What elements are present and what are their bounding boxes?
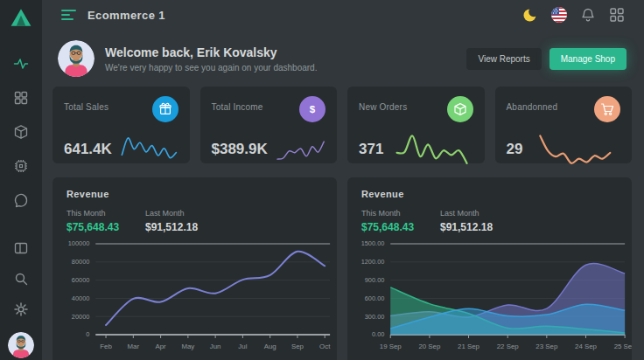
cpu-icon[interactable]	[13, 158, 29, 174]
sparkline-total-income	[276, 127, 326, 172]
activity-icon[interactable]	[13, 56, 29, 72]
svg-text:Apr: Apr	[155, 343, 166, 350]
stat-value: 29	[507, 141, 523, 158]
svg-text:80000: 80000	[72, 258, 90, 266]
svg-text:22 Sep: 22 Sep	[497, 343, 520, 350]
menu-icon[interactable]	[61, 10, 76, 20]
sidebar	[0, 0, 42, 360]
svg-text:100000: 100000	[68, 239, 90, 247]
bell-icon[interactable]	[580, 7, 596, 23]
svg-text:60000: 60000	[72, 276, 90, 284]
this-month-value: $75,648.43	[66, 221, 145, 233]
svg-text:20000: 20000	[72, 313, 90, 321]
gift-icon	[152, 96, 178, 122]
revenue-area-chart: 0.00300.00600.00900.001200.001500.0019 S…	[347, 237, 632, 360]
svg-text:0: 0	[86, 330, 89, 338]
svg-text:300.00: 300.00	[365, 313, 385, 321]
chat-icon[interactable]	[13, 192, 29, 208]
stat-card-abandonned: Abandonned 29	[495, 87, 633, 163]
svg-text:Oct: Oct	[319, 343, 331, 350]
package-icon	[447, 96, 473, 122]
stat-card-total-income: Total Income $ $389.9K	[200, 87, 338, 163]
revenue-line-chart: 020000400006000080000100000FebMarAprMayJ…	[52, 237, 337, 360]
charts-row: Revenue This Month $75,648.43 Last Month…	[42, 177, 644, 360]
main-area: Ecommerce 1 Welc	[42, 0, 644, 360]
sidebar-user-avatar[interactable]	[8, 332, 34, 358]
last-month-value: $91,512.18	[145, 221, 224, 233]
svg-text:Feb: Feb	[100, 343, 112, 350]
stat-card-total-sales: Total Sales 641.4K	[52, 87, 190, 163]
svg-text:19 Sep: 19 Sep	[380, 343, 402, 350]
svg-text:0.00: 0.00	[372, 330, 384, 338]
layout-icon[interactable]	[13, 240, 29, 256]
sparkline-abandonned	[530, 127, 620, 172]
this-month-label: This Month	[361, 209, 440, 218]
stat-card-new-orders: New Orders 371	[347, 87, 485, 163]
svg-text:23 Sep: 23 Sep	[536, 343, 558, 350]
stat-label: Total Income	[212, 102, 263, 112]
dollar-icon: $	[299, 96, 326, 122]
svg-text:Sep: Sep	[291, 343, 304, 350]
sparkline-total-sales	[120, 127, 178, 172]
panel-title: Revenue	[347, 189, 632, 199]
svg-text:20 Sep: 20 Sep	[418, 343, 441, 350]
welcome-heading: Welcome back, Erik Kovalsky	[105, 45, 317, 59]
svg-text:Mar: Mar	[128, 343, 140, 350]
sidebar-nav	[13, 56, 29, 208]
svg-text:25 Sep: 25 Sep	[614, 343, 632, 350]
svg-text:Aug: Aug	[264, 343, 276, 350]
this-month-value: $75,648.43	[361, 221, 440, 233]
sparkline-new-orders	[391, 127, 472, 172]
svg-text:Jun: Jun	[210, 343, 221, 350]
svg-text:1200.00: 1200.00	[361, 258, 385, 266]
welcome-actions: View Reports Manage Shop	[466, 48, 626, 70]
panel-title: Revenue	[52, 189, 337, 199]
sidebar-bottom	[8, 240, 34, 360]
view-reports-button[interactable]: View Reports	[466, 48, 541, 70]
revenue-line-panel: Revenue This Month $75,648.43 Last Month…	[52, 177, 337, 360]
stat-value: 641.4K	[64, 141, 112, 158]
stat-label: New Orders	[359, 102, 407, 112]
last-month-label: Last Month	[145, 209, 224, 218]
stat-label: Abandonned	[507, 102, 558, 112]
page-title: Ecommerce 1	[88, 9, 165, 22]
cart-icon	[594, 96, 620, 122]
welcome-subheading: We're very happy to see you again on you…	[105, 63, 317, 73]
svg-text:21 Sep: 21 Sep	[458, 343, 480, 350]
user-avatar	[58, 40, 94, 77]
stat-value: $389.9K	[212, 141, 268, 158]
search-icon[interactable]	[13, 271, 29, 287]
svg-text:900.00: 900.00	[365, 276, 385, 284]
svg-text:Jul: Jul	[238, 343, 247, 350]
cube-icon[interactable]	[13, 124, 29, 140]
dashboard-grid-icon[interactable]	[13, 90, 29, 106]
us-flag-icon[interactable]	[551, 7, 567, 23]
stat-label: Total Sales	[64, 102, 108, 112]
svg-text:24 Sep: 24 Sep	[575, 343, 598, 350]
revenue-area-panel: Revenue This Month $75,648.43 Last Month…	[347, 177, 632, 360]
last-month-label: Last Month	[440, 209, 519, 218]
manage-shop-button[interactable]: Manage Shop	[550, 48, 626, 70]
svg-text:May: May	[181, 343, 194, 350]
welcome-text: Welcome back, Erik Kovalsky We're very h…	[105, 45, 317, 73]
apps-grid-icon[interactable]	[609, 7, 625, 23]
topbar: Ecommerce 1	[42, 0, 644, 30]
app-root: Ecommerce 1 Welc	[0, 0, 644, 360]
gear-icon[interactable]	[13, 301, 29, 317]
topbar-icons	[522, 7, 625, 23]
svg-text:1500.00: 1500.00	[361, 239, 385, 247]
welcome-banner: Welcome back, Erik Kovalsky We're very h…	[42, 39, 644, 78]
svg-text:600.00: 600.00	[365, 294, 385, 302]
svg-text:$: $	[310, 104, 316, 114]
svg-text:40000: 40000	[72, 294, 90, 302]
last-month-value: $91,512.18	[440, 221, 519, 233]
stat-cards: Total Sales 641.4K Total Income $	[42, 87, 644, 163]
this-month-label: This Month	[66, 209, 145, 218]
stat-value: 371	[359, 141, 383, 158]
moon-icon[interactable]	[522, 7, 538, 23]
app-logo-icon[interactable]	[10, 7, 32, 28]
